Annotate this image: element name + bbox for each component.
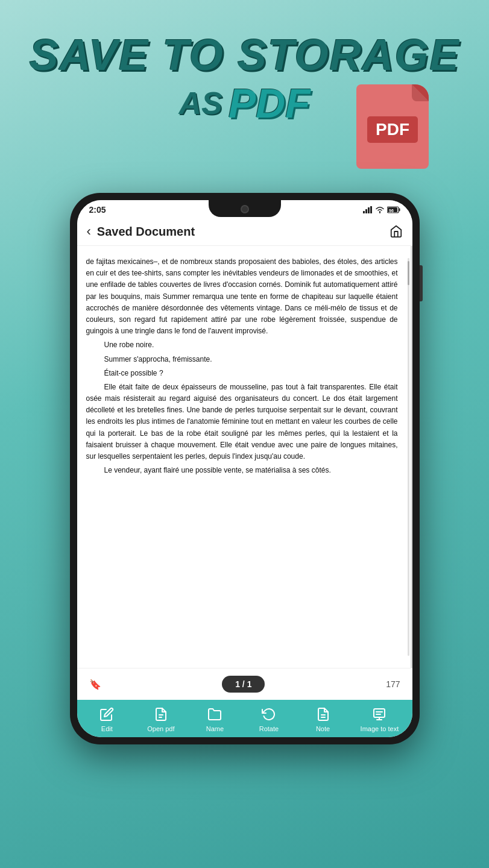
image-to-text-label: Image to text [361,725,399,732]
phone-screen: 2:05 ⏰ 💬 📷 ▶ ••• [77,200,412,737]
svg-rect-5 [399,209,400,212]
open-pdf-label: Open pdf [147,725,174,732]
rotate-label: Rotate [259,725,279,732]
doc-para-2: Une robe noire. [86,339,398,351]
hero-title-pdf: PDF [229,80,311,127]
svg-text:96: 96 [389,209,394,213]
bookmark-icon[interactable]: 🔖 [89,679,101,690]
scrollbar[interactable] [408,258,409,656]
toolbar-item-open-pdf[interactable]: Open pdf [144,706,177,732]
toolbar-item-note[interactable]: Note [306,706,339,732]
toolbar-item-name[interactable]: Name [198,706,232,732]
pdf-icon: PDF [356,84,435,175]
svg-rect-1 [365,209,367,213]
status-time: 2:05 [89,205,106,215]
doc-text-content: de fajitas mexicaines–, et de nombreux s… [83,253,401,482]
toolbar-item-image-to-text[interactable]: Image to text [361,706,399,732]
doc-para-6: Le vendeur, ayant flairé une possible ve… [86,465,398,476]
home-button[interactable] [390,225,403,238]
phone-mockup: 2:05 ⏰ 💬 📷 ▶ ••• [70,193,420,744]
scrollbar-thumb[interactable] [408,261,409,285]
page-title: Saved Document [97,225,390,239]
image-to-text-icon [371,706,388,723]
note-label: Note [316,725,330,732]
svg-rect-3 [370,206,372,213]
pdf-icon-label: PDF [367,116,418,143]
phone-outer: 2:05 ⏰ 💬 📷 ▶ ••• [70,193,420,744]
edit-label: Edit [101,725,113,732]
hero-title-line1: SAVE TO STORAGE [0,33,489,77]
doc-para-4: Était-ce possible ? [86,368,398,379]
toolbar-item-rotate[interactable]: Rotate [252,706,285,732]
battery-icon: 96 [387,206,400,213]
svg-rect-12 [374,709,385,717]
document-content: de fajitas mexicaines–, et de nombreux s… [77,246,412,668]
bottom-toolbar: Edit Open pdf [77,700,412,737]
doc-para-3: Summer s'approcha, frémissante. [86,354,398,365]
power-button [420,265,423,301]
phone-notch [209,200,281,217]
svg-rect-0 [363,211,365,213]
front-camera [241,205,249,213]
status-right: 96 [363,206,400,213]
doc-para-1: de fajitas mexicaines–, et de nombreux s… [86,256,398,337]
open-pdf-icon [153,706,169,723]
edit-icon [98,706,115,723]
doc-para-5: Elle était faite de deux épaisseurs de m… [86,382,398,462]
app-bar: ‹ Saved Document [77,218,412,246]
page-number: 177 [386,679,400,689]
note-icon [315,706,332,723]
name-label: Name [206,725,224,732]
wifi-icon [375,206,385,213]
folder-icon [206,706,223,723]
signal-icon [363,206,373,213]
back-button[interactable]: ‹ [87,224,91,239]
doc-footer: 🔖 1 / 1 177 [77,668,412,700]
svg-rect-2 [368,207,370,213]
hero-title-as: AS [178,85,222,121]
toolbar-item-edit[interactable]: Edit [90,706,124,732]
page-badge: 1 / 1 [222,676,265,693]
rotate-icon [260,706,277,723]
